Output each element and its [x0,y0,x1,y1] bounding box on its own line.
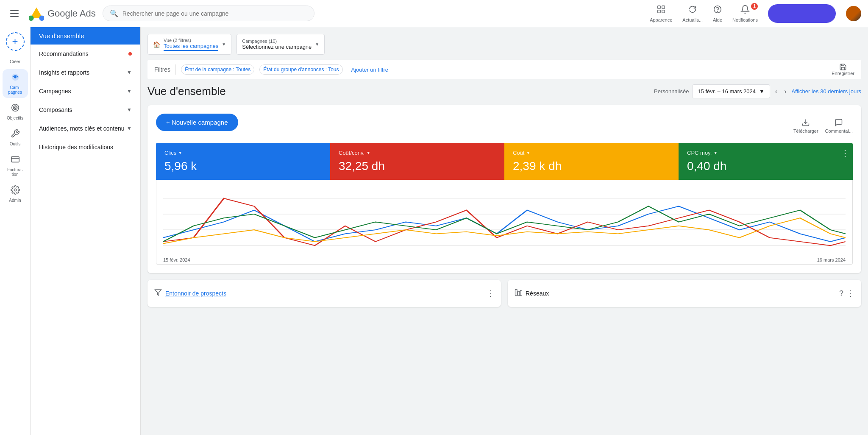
save-label: Enregistrer [832,71,854,76]
sidebar-item-campaigns[interactable]: Cam-pagnes [3,69,28,98]
sidebar-item-create[interactable]: Créer [3,56,28,67]
icon-sidebar: + Créer Cam-pagnes Objectifs [0,27,31,314]
cout-value: 2,39 k dh [513,159,670,173]
download-icon [801,118,810,127]
cout-label: Coût ▼ [513,150,670,156]
recommandations-dot [128,52,132,56]
metric-bars: Clics ▼ 5,96 k Coût/conv. ▼ 32,25 dh Coû… [156,143,853,180]
performance-chart [163,187,846,257]
entonnoir-label[interactable]: Entonnoir de prospects [165,290,226,297]
nav-item-campagnes[interactable]: Campagnes ▼ [31,82,140,100]
chart-start-date: 15 févr. 2024 [163,257,190,262]
view-dropdown[interactable]: 🏠 Vue (2 filtres) Toutes les campagnes ▼ [147,34,231,55]
cpc-moy-label: CPC moy. ▼ [687,150,844,156]
entonnoir-left: Entonnoir de prospects [154,289,226,298]
cout-conv-dropdown-icon: ▼ [366,151,370,155]
cout-dropdown-icon: ▼ [526,151,530,155]
nav-overview-button[interactable]: Vue d'ensemble [31,27,140,45]
composants-chevron: ▼ [127,107,132,113]
metric-cpc-moy[interactable]: CPC moy. ▼ 0,40 dh ⋮ [679,143,853,180]
metric-cout[interactable]: Coût ▼ 2,39 k dh [504,143,679,180]
campaigns-icon [11,72,20,84]
nav-item-historique[interactable]: Historique des modifications [31,138,140,156]
home-icon: 🏠 [153,41,160,48]
reseaux-help-icon[interactable]: ? [839,289,843,298]
campagnes-label: Campagnes [39,88,71,95]
filter-bar: Filtres État de la campagne : Toutes Éta… [147,60,861,79]
entonnoir-more-icon[interactable]: ⋮ [487,289,494,298]
add-filter-button[interactable]: Ajouter un filtre [351,67,388,73]
nav-item-recommandations[interactable]: Recommandations [31,45,140,63]
appearance-label: Apparence [650,17,672,22]
date-next-button[interactable]: › [782,86,788,97]
cpc-moy-dropdown-icon: ▼ [713,151,718,155]
reseaux-more-icon[interactable]: ⋮ [847,289,854,298]
clics-label: Clics ▼ [164,150,322,156]
top-nav: Google Ads 🔍 Apparence Actualis. [0,0,868,27]
campaigns-dropdown-text: Campagnes (10) Sélectionnez une campagne [242,39,312,50]
svg-rect-3 [658,6,660,8]
svg-point-12 [13,106,17,109]
nav-actions: Apparence Actualis... Aide [650,4,861,23]
filter-divider [175,64,176,75]
comment-action[interactable]: Commentai... [825,118,853,134]
nav-action-help[interactable]: Aide [713,5,722,22]
more-options-icon[interactable]: ⋮ [841,148,849,158]
save-button[interactable]: Enregistrer [832,63,854,76]
user-avatar[interactable] [846,6,861,21]
nav-action-refresh[interactable]: Actualis... [682,5,703,22]
nav-action-notifications[interactable]: 1 Notifications [732,5,758,22]
sidebar-campaigns-label: Cam-pagnes [8,85,22,95]
hamburger-menu[interactable] [7,7,22,20]
date-prev-button[interactable]: ‹ [773,86,779,97]
admin-icon [11,185,20,197]
filter-label[interactable]: Filtres [154,66,170,73]
date-picker[interactable]: 15 févr. – 16 mars 2024 ▼ [692,84,770,98]
sidebar-item-facturation[interactable]: Factura-tion [3,151,28,180]
sidebar-create-label: Créer [10,59,20,64]
recommandations-right [128,52,132,56]
last30-link[interactable]: Afficher les 30 derniers jours [791,88,861,95]
create-campaign-button[interactable] [768,4,836,23]
chart-header-row: + Nouvelle campagne Télécharger [156,114,853,138]
metric-clics[interactable]: Clics ▼ 5,96 k [156,143,330,180]
app-body: + Créer Cam-pagnes Objectifs [0,27,868,314]
create-circle[interactable]: + [6,32,25,51]
date-range-text: 15 févr. – 16 mars 2024 [698,88,756,95]
svg-marker-22 [155,290,161,296]
entonnoir-icon [154,289,162,298]
svg-rect-4 [662,6,665,8]
metric-cout-conv[interactable]: Coût/conv. ▼ 32,25 dh [330,143,504,180]
main-content: 🏠 Vue (2 filtres) Toutes les campagnes ▼… [141,27,868,314]
nav-item-composants[interactable]: Composants ▼ [31,100,140,119]
nav-action-appearance[interactable]: Apparence [650,5,672,22]
new-campaign-button[interactable]: + Nouvelle campagne [156,114,238,131]
sidebar-item-outils[interactable]: Outils [3,125,28,150]
svg-point-11 [11,104,19,112]
search-input[interactable] [122,10,307,17]
chart-area: 15 févr. 2024 16 mars 2024 [156,180,853,265]
svg-rect-5 [658,10,660,12]
nav-item-audiences[interactable]: Audiences, mots clés et contenu ▼ [31,119,140,138]
sidebar-item-admin[interactable]: Admin [3,182,28,206]
sidebar-item-objectifs[interactable]: Objectifs [3,100,28,124]
bottom-card-entonnoir: Entonnoir de prospects ⋮ [147,280,501,307]
campagnes-chevron: ▼ [127,88,132,94]
download-action[interactable]: Télécharger [793,118,818,134]
campaigns-chevron-icon: ▼ [315,42,319,47]
comment-label: Commentai... [825,128,853,134]
reseaux-label: Réseaux [526,290,549,297]
search-bar[interactable]: 🔍 [103,6,314,21]
adgroup-state-filter[interactable]: État du groupe d'annonces : Tous [259,64,342,75]
cout-conv-label: Coût/conv. ▼ [339,150,496,156]
campaign-state-filter[interactable]: État de la campagne : Toutes [181,64,254,75]
overview-header: Vue d'ensemble Personnalisée 15 févr. – … [147,84,861,98]
clics-value: 5,96 k [164,159,322,173]
campaigns-dropdown[interactable]: Campagnes (10) Sélectionnez une campagne… [236,34,325,55]
svg-rect-23 [515,289,517,296]
nav-item-insights[interactable]: Insights et rapports ▼ [31,63,140,82]
bottom-card-reseaux: Réseaux ? ⋮ [508,280,861,307]
facturation-icon [11,155,20,166]
download-label: Télécharger [793,128,818,134]
dropdown-row: 🏠 Vue (2 filtres) Toutes les campagnes ▼… [147,34,861,55]
